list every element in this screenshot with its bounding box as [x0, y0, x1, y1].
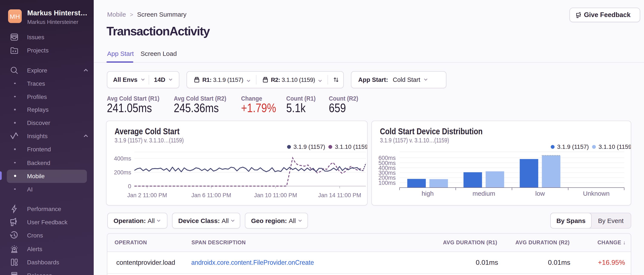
- svg-text:400ms: 400ms: [114, 155, 131, 162]
- svg-text:200ms: 200ms: [114, 169, 131, 176]
- svg-text:low: low: [535, 190, 545, 197]
- svg-text:600ms: 600ms: [378, 155, 396, 161]
- svg-text:Jan 2 11:00 PM: Jan 2 11:00 PM: [127, 192, 167, 198]
- svg-text:Jan 10 11:00 PM: Jan 10 11:00 PM: [254, 192, 297, 198]
- svg-text:Unknown: Unknown: [583, 190, 610, 197]
- svg-text:0: 0: [128, 183, 131, 189]
- svg-text:medium: medium: [472, 190, 495, 197]
- svg-text:Jan 14 11:00 PM: Jan 14 11:00 PM: [318, 192, 361, 198]
- svg-text:Jan 6 11:00 PM: Jan 6 11:00 PM: [191, 192, 231, 198]
- svg-text:high: high: [422, 190, 434, 197]
